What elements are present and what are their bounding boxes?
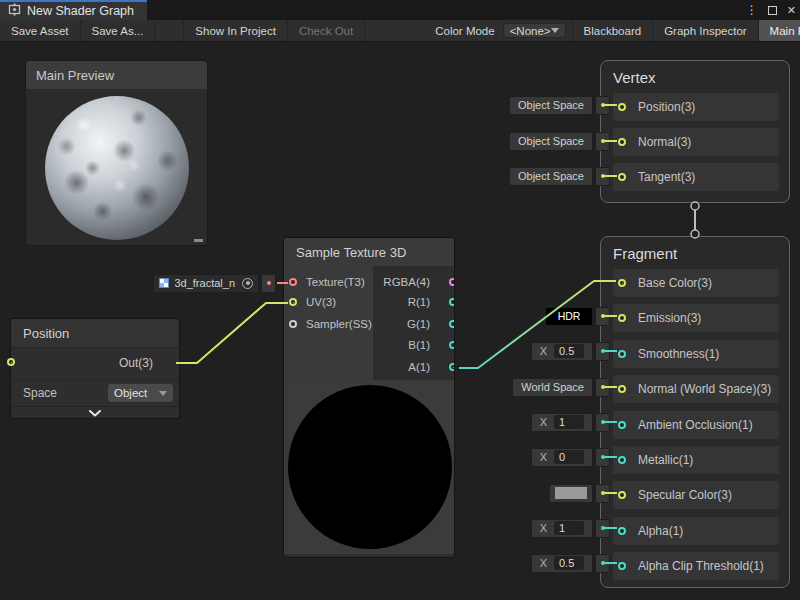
sample-texture-3d-header[interactable]: Sample Texture 3D (284, 238, 454, 266)
value-input[interactable]: 1 (554, 415, 584, 429)
rgba-output-port[interactable] (449, 278, 455, 286)
tab-new-shader-graph[interactable]: New Shader Graph (0, 0, 147, 20)
alpha-clip-threshold-value-chip[interactable]: X0.5 (531, 553, 610, 573)
graph-inspector-toggle-button[interactable]: Graph Inspector (653, 20, 758, 41)
chip-connector-dot (595, 519, 610, 538)
a-output-port[interactable] (449, 363, 455, 371)
object-picker-icon[interactable] (242, 278, 253, 289)
color-mode-dropdown[interactable]: <None> (503, 23, 566, 38)
alpha-port[interactable] (618, 527, 626, 535)
specular-color-port[interactable] (618, 491, 626, 499)
ambient-occlusion-port[interactable] (618, 421, 626, 429)
space-dropdown[interactable]: Object (108, 384, 173, 402)
maximize-icon[interactable] (768, 6, 777, 15)
chip-connector-dot (595, 167, 610, 186)
chevron-down-icon (551, 28, 559, 33)
preview-sphere-black (288, 385, 452, 549)
row-label: Normal(3) (638, 135, 691, 149)
g-output-port[interactable] (449, 320, 455, 328)
x-label: X (540, 451, 547, 463)
node-preview[interactable] (284, 380, 454, 554)
color-swatch-inner (555, 487, 587, 499)
main-preview-title: Main Preview (36, 68, 114, 83)
shader-graph-icon (8, 2, 21, 20)
window-controls: ⋮ ✕ (746, 0, 796, 20)
fragment-row-specular-color: Specular Color(3) (613, 481, 779, 509)
texture-3d-icon (159, 278, 169, 288)
save-as-button[interactable]: Save As... (81, 20, 156, 41)
uv-input-port[interactable] (289, 298, 297, 306)
emission-hdr-chip[interactable]: HDR (545, 306, 610, 326)
value-input[interactable]: 0.5 (554, 344, 584, 358)
position-space-chip[interactable]: Object Space (509, 95, 610, 115)
vertex-row-normal: Normal(3) (613, 128, 779, 156)
ambient-occlusion-value-chip[interactable]: X1 (531, 412, 610, 432)
main-preview-toggle-button[interactable]: Main Preview (759, 20, 800, 41)
position-header[interactable]: Position (11, 319, 179, 347)
metallic-value-chip[interactable]: X0 (531, 447, 610, 467)
emission-port[interactable] (618, 314, 626, 322)
save-asset-button[interactable]: Save Asset (0, 20, 81, 41)
output-label: RGBA(4) (383, 276, 430, 288)
resize-handle[interactable] (194, 239, 203, 242)
x-label: X (540, 416, 547, 428)
r-output-port[interactable] (449, 298, 455, 306)
x-value-field[interactable]: X0.5 (531, 342, 593, 361)
graph-canvas[interactable]: Main Preview Vertex Position(3) Normal(3… (0, 42, 800, 600)
x-value-field[interactable]: X1 (531, 519, 593, 538)
sample-texture-3d-body: Texture(T3) UV(3) Sampler(SS) RGBA(4) R(… (284, 266, 454, 380)
chip-connector-dot (595, 307, 610, 326)
tangent-port[interactable] (618, 173, 626, 181)
fragment-row-normal: Normal (World Space)(3) (613, 375, 779, 403)
toolbar: Save Asset Save As... Show In Project Ch… (0, 20, 800, 42)
x-value-field[interactable]: X0 (531, 448, 593, 467)
normal-space-chip[interactable]: Object Space (509, 131, 610, 151)
specular-color-chip[interactable] (549, 483, 610, 503)
output-label: A(1) (408, 361, 430, 373)
texture-asset-chip[interactable]: 3d_fractal_n (153, 273, 276, 293)
main-preview-window[interactable]: Main Preview (25, 60, 208, 246)
input-label: UV(3) (306, 296, 336, 308)
base-color-port[interactable] (618, 279, 626, 287)
sample-texture-3d-node[interactable]: Sample Texture 3D Texture(T3) UV(3) Samp… (283, 237, 455, 558)
preview-sphere[interactable] (45, 96, 189, 240)
position-node[interactable]: Position Out(3) Space Object (10, 318, 180, 419)
sampler-input-port[interactable] (289, 320, 297, 328)
x-value-field[interactable]: X1 (531, 413, 593, 432)
check-out-button: Check Out (288, 20, 365, 41)
fragment-title: Fragment (613, 245, 779, 262)
normal-port[interactable] (618, 138, 626, 146)
tangent-space-chip[interactable]: Object Space (509, 166, 610, 186)
fragment-row-alpha: Alpha(1) (613, 517, 779, 545)
texture-input-port[interactable] (289, 278, 297, 286)
show-in-project-button[interactable]: Show In Project (183, 20, 288, 41)
normal-space-chip[interactable]: World Space (512, 377, 610, 397)
output-label: B(1) (408, 339, 430, 351)
smoothness-value-chip[interactable]: X0.5 (531, 341, 610, 361)
vertex-node[interactable]: Vertex Position(3) Normal(3) Tangent(3) (600, 60, 790, 203)
value-input[interactable]: 0.5 (554, 556, 584, 570)
row-label: Normal (World Space)(3) (638, 382, 771, 396)
menu-kebab-icon[interactable]: ⋮ (746, 3, 758, 17)
out-port[interactable] (7, 358, 15, 366)
texture-object-field[interactable]: 3d_fractal_n (153, 274, 259, 293)
close-icon[interactable]: ✕ (787, 4, 796, 17)
position-port[interactable] (618, 103, 626, 111)
node-footer (284, 554, 454, 558)
metallic-port[interactable] (618, 456, 626, 464)
value-input[interactable]: 0 (554, 450, 584, 464)
node-expander[interactable] (11, 406, 179, 419)
normal-ws-port[interactable] (618, 385, 626, 393)
alpha-clip-threshold-port[interactable] (618, 562, 626, 570)
blackboard-toggle-button[interactable]: Blackboard (572, 20, 654, 41)
main-preview-header[interactable]: Main Preview (26, 61, 207, 89)
x-value-field[interactable]: X0.5 (531, 554, 593, 573)
toolbar-spacer (365, 20, 427, 41)
smoothness-port[interactable] (618, 350, 626, 358)
alpha-value-chip[interactable]: X1 (531, 518, 610, 538)
value-input[interactable]: 1 (554, 521, 584, 535)
node-title: Position (23, 326, 69, 341)
fragment-node[interactable]: Fragment Base Color(3) Emission(3) Smoot… (600, 236, 790, 588)
b-output-port[interactable] (449, 341, 455, 349)
color-swatch[interactable] (549, 484, 593, 503)
